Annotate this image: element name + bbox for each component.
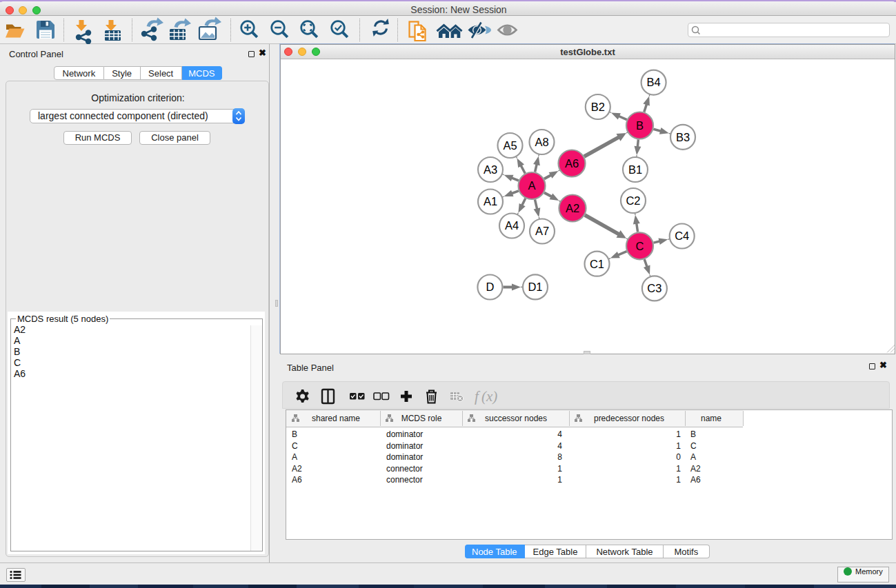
svg-text:dominator: dominator	[386, 441, 423, 451]
svg-text:B2: B2	[591, 101, 605, 113]
svg-text:B1: B1	[628, 163, 642, 176]
svg-text:4: 4	[557, 441, 562, 451]
svg-text:1: 1	[676, 441, 681, 451]
svg-text:1: 1	[676, 464, 681, 474]
svg-text:predecessor nodes: predecessor nodes	[594, 414, 664, 423]
svg-text:A2: A2	[566, 202, 579, 214]
svg-text:A6: A6	[565, 157, 579, 170]
svg-text:B4: B4	[647, 76, 661, 88]
svg-text:B3: B3	[676, 131, 690, 143]
svg-text:A5: A5	[503, 139, 517, 152]
svg-text:C3: C3	[647, 282, 661, 294]
svg-text:B: B	[690, 429, 696, 439]
svg-text:A: A	[690, 452, 696, 462]
svg-text:1: 1	[557, 475, 562, 485]
svg-text:C: C	[690, 441, 697, 451]
svg-text:f (x): f (x)	[475, 388, 497, 405]
svg-text:A6: A6	[292, 475, 302, 485]
svg-text:0: 0	[676, 452, 681, 462]
svg-text:A: A	[528, 179, 535, 192]
svg-text:name: name	[701, 414, 721, 423]
svg-text:A3: A3	[484, 163, 497, 176]
svg-text:D1: D1	[528, 281, 542, 293]
svg-text:dominator: dominator	[386, 452, 423, 462]
svg-text:MCDS role: MCDS role	[401, 414, 442, 423]
svg-text:A: A	[292, 452, 297, 462]
svg-text:dominator: dominator	[386, 429, 423, 439]
svg-text:D: D	[486, 281, 494, 293]
svg-text:A7: A7	[535, 225, 549, 237]
svg-text:connector: connector	[386, 464, 423, 474]
svg-text:4: 4	[557, 429, 562, 439]
svg-text:C4: C4	[675, 230, 689, 242]
svg-text:B: B	[292, 429, 297, 439]
svg-text:1: 1	[676, 429, 681, 439]
svg-text:C: C	[636, 240, 644, 252]
svg-text:8: 8	[557, 452, 562, 462]
svg-text:A4: A4	[505, 219, 519, 232]
svg-text:connector: connector	[386, 475, 423, 485]
svg-text:1: 1	[676, 475, 681, 485]
svg-text:C1: C1	[590, 258, 604, 270]
svg-text:C: C	[292, 441, 298, 451]
svg-text:1: 1	[557, 464, 562, 474]
svg-text:A8: A8	[535, 136, 548, 148]
svg-text:A1: A1	[484, 195, 497, 207]
svg-text:successor nodes: successor nodes	[485, 414, 547, 423]
svg-text:B: B	[636, 119, 644, 132]
svg-text:shared name: shared name	[312, 414, 360, 423]
svg-text:A2: A2	[292, 464, 302, 474]
svg-text:A6: A6	[690, 475, 701, 485]
svg-text:A2: A2	[690, 464, 701, 474]
svg-text:C2: C2	[626, 194, 640, 207]
